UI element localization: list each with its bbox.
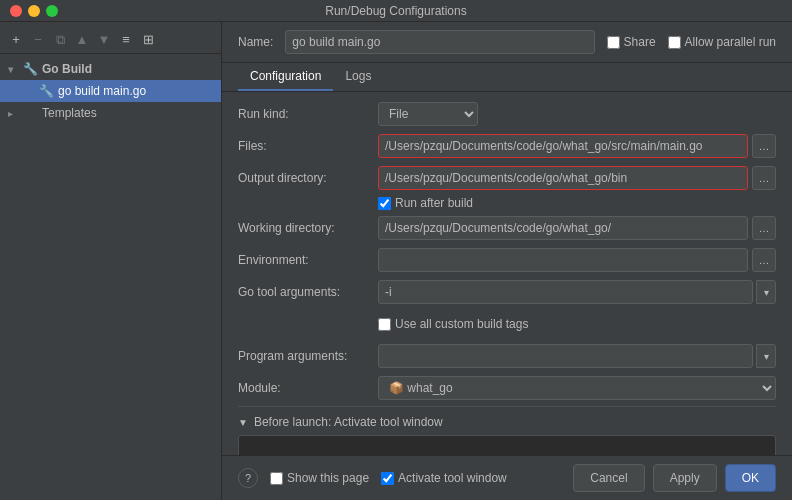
environment-label: Environment:: [238, 253, 378, 267]
run-after-build-row: Run after build: [378, 196, 776, 210]
footer-left: ? Show this page Activate tool window: [238, 468, 507, 488]
remove-config-button[interactable]: −: [28, 30, 48, 50]
files-input[interactable]: [378, 134, 748, 158]
go-tool-input[interactable]: [378, 280, 753, 304]
parallel-checkbox[interactable]: [668, 36, 681, 49]
go-build-main-label: go build main.go: [58, 84, 146, 98]
output-dir-row: Output directory: …: [238, 164, 776, 192]
share-checkbox-label[interactable]: Share: [607, 35, 656, 49]
add-config-button[interactable]: +: [6, 30, 26, 50]
before-launch-triangle: ▼: [238, 417, 248, 428]
environment-browse-button[interactable]: …: [752, 248, 776, 272]
parallel-checkbox-label[interactable]: Allow parallel run: [668, 35, 776, 49]
sidebar-tree: ▾ 🔧 Go Build 🔧 go build main.go ▸ Templa…: [0, 54, 221, 500]
program-args-input[interactable]: [378, 344, 753, 368]
module-select[interactable]: 📦 what_go: [378, 376, 776, 400]
tab-configuration[interactable]: Configuration: [238, 63, 333, 91]
program-args-row: Program arguments: ▾: [238, 342, 776, 370]
working-dir-browse-button[interactable]: …: [752, 216, 776, 240]
files-browse-button[interactable]: …: [752, 134, 776, 158]
show-page-checkbox[interactable]: [270, 472, 283, 485]
custom-tags-checkbox[interactable]: [378, 318, 391, 331]
output-dir-browse-button[interactable]: …: [752, 166, 776, 190]
run-after-build-checkbox-label[interactable]: Run after build: [378, 196, 473, 210]
window: Run/Debug Configurations + − ⧉ ▲ ▼ ≡ ⊞ ▾…: [0, 0, 792, 500]
program-args-expand-button[interactable]: ▾: [756, 344, 776, 368]
share-checkbox[interactable]: [607, 36, 620, 49]
cancel-button[interactable]: Cancel: [573, 464, 644, 492]
title-bar: Run/Debug Configurations: [0, 0, 792, 22]
working-dir-row: Working directory: …: [238, 214, 776, 242]
files-control: …: [378, 134, 776, 158]
activate-tool-checkbox-label[interactable]: Activate tool window: [381, 471, 507, 485]
close-button[interactable]: [10, 5, 22, 17]
run-kind-row: Run kind: File Package Directory: [238, 100, 776, 128]
files-row: Files: …: [238, 132, 776, 160]
copy-config-button[interactable]: ⧉: [50, 30, 70, 50]
name-input[interactable]: [285, 30, 594, 54]
go-tool-expand-button[interactable]: ▾: [756, 280, 776, 304]
move-up-button[interactable]: ▲: [72, 30, 92, 50]
sidebar: + − ⧉ ▲ ▼ ≡ ⊞ ▾ 🔧 Go Build 🔧 g: [0, 22, 222, 500]
run-kind-control: File Package Directory: [378, 102, 776, 126]
main-content: + − ⧉ ▲ ▼ ≡ ⊞ ▾ 🔧 Go Build 🔧 g: [0, 22, 792, 500]
output-dir-input[interactable]: [378, 166, 748, 190]
program-args-control: ▾: [378, 344, 776, 368]
right-panel: Name: Share Allow parallel run Configura…: [222, 22, 792, 500]
custom-tags-row: Use all custom build tags: [378, 310, 776, 338]
program-args-label: Program arguments:: [238, 349, 378, 363]
run-after-build-checkbox[interactable]: [378, 197, 391, 210]
run-kind-select[interactable]: File Package Directory: [378, 102, 478, 126]
sidebar-toolbar: + − ⧉ ▲ ▼ ≡ ⊞: [0, 26, 221, 54]
run-after-build-label: Run after build: [395, 196, 473, 210]
share-label: Share: [624, 35, 656, 49]
output-dir-label: Output directory:: [238, 171, 378, 185]
go-build-group-label: Go Build: [42, 62, 92, 76]
module-label: Module:: [238, 381, 378, 395]
ok-button[interactable]: OK: [725, 464, 776, 492]
minimize-button[interactable]: [28, 5, 40, 17]
working-dir-input[interactable]: [378, 216, 748, 240]
environment-row: Environment: …: [238, 246, 776, 274]
sidebar-item-go-build-group[interactable]: ▾ 🔧 Go Build: [0, 58, 221, 80]
sidebar-item-templates[interactable]: ▸ Templates: [0, 102, 221, 124]
activate-tool-label: Activate tool window: [398, 471, 507, 485]
templates-icon: [22, 105, 38, 121]
working-dir-control: …: [378, 216, 776, 240]
tab-logs[interactable]: Logs: [333, 63, 383, 91]
move-down-button[interactable]: ▼: [94, 30, 114, 50]
sidebar-item-go-build-main[interactable]: 🔧 go build main.go: [0, 80, 221, 102]
activate-tool-checkbox[interactable]: [381, 472, 394, 485]
tree-arrow-group: ▾: [8, 64, 20, 75]
module-row: Module: 📦 what_go: [238, 374, 776, 402]
expand-all-button[interactable]: ⊞: [138, 30, 158, 50]
show-page-label: Show this page: [287, 471, 369, 485]
files-label: Files:: [238, 139, 378, 153]
footer-row: ? Show this page Activate tool window Ca…: [222, 455, 792, 500]
custom-tags-checkbox-label[interactable]: Use all custom build tags: [378, 317, 528, 331]
working-dir-label: Working directory:: [238, 221, 378, 235]
before-launch-content: There are no tasks to run before launch: [238, 435, 776, 455]
go-build-main-icon: 🔧: [38, 83, 54, 99]
go-tool-control: ▾: [378, 280, 776, 304]
before-launch-header: ▼ Before launch: Activate tool window: [238, 415, 776, 429]
header-row: Name: Share Allow parallel run: [222, 22, 792, 63]
run-kind-label: Run kind:: [238, 107, 378, 121]
before-launch-title: Before launch: Activate tool window: [254, 415, 443, 429]
show-page-checkbox-label[interactable]: Show this page: [270, 471, 369, 485]
go-build-group-icon: 🔧: [22, 61, 38, 77]
title-bar-buttons: [10, 5, 58, 17]
environment-input[interactable]: [378, 248, 748, 272]
help-button[interactable]: ?: [238, 468, 258, 488]
tabs-row: Configuration Logs: [222, 63, 792, 92]
environment-control: …: [378, 248, 776, 272]
go-tool-label: Go tool arguments:: [238, 285, 378, 299]
tree-arrow-templates: ▸: [8, 108, 20, 119]
sort-button[interactable]: ≡: [116, 30, 136, 50]
maximize-button[interactable]: [46, 5, 58, 17]
window-title: Run/Debug Configurations: [325, 4, 466, 18]
form-area: Run kind: File Package Directory Files:: [222, 92, 792, 455]
go-tool-row: Go tool arguments: ▾: [238, 278, 776, 306]
apply-button[interactable]: Apply: [653, 464, 717, 492]
footer-right: Cancel Apply OK: [573, 464, 776, 492]
